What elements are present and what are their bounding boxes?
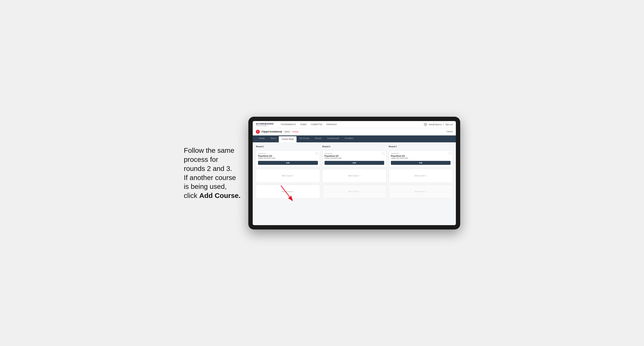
round-1-title: Round 1	[256, 146, 320, 148]
round-3-delete-button[interactable]: ×	[448, 152, 451, 155]
main-content: Round 1 × (Course A) Peachtree GC Yellow…	[253, 142, 456, 225]
user-avatar	[424, 123, 427, 126]
round-1-course-label: (Course A)	[258, 153, 318, 154]
tab-course-setup[interactable]: Course Setup	[279, 136, 296, 142]
top-nav: SCOREBOARD Powered by clippd TOURNAMENTS…	[253, 121, 456, 128]
round-1-add-course-2[interactable]: Add Course +	[256, 185, 320, 198]
round-2-add-course-1-label: Add Course	[348, 175, 358, 177]
tab-bar: Details Teams Course Setup Tee Groups Re…	[253, 136, 456, 142]
round-1-add-course-2-label: Add Course	[282, 190, 292, 193]
instruction-line6: click	[184, 192, 199, 199]
instruction-line5: is being used,	[184, 182, 227, 190]
round-2-course-name: Peachtree GC	[324, 155, 384, 157]
clippd-logo-icon: C	[256, 130, 260, 134]
round-3-plus-icon-1: +	[426, 175, 427, 177]
round-2-plus-icon-2: +	[359, 190, 360, 193]
round-1-plus-icon-2: +	[293, 190, 294, 193]
round-3-course-card: × (Course A) Peachtree GC Yellow (M) (66…	[389, 151, 453, 167]
round-2-plus-icon-1: +	[359, 175, 360, 177]
tablet-device: SCOREBOARD Powered by clippd TOURNAMENTS…	[248, 117, 460, 229]
round-1-course-card: × (Course A) Peachtree GC Yellow (M) (66…	[256, 151, 320, 167]
cancel-button[interactable]: Cancel	[446, 131, 453, 133]
round-1-column: Round 1 × (Course A) Peachtree GC Yellow…	[256, 146, 320, 198]
nav-teams[interactable]: TEAMS	[300, 123, 306, 126]
instruction-line2: process for	[184, 156, 218, 163]
round-3-add-course-1-label: Add Course	[414, 175, 425, 177]
nav-links: TOURNAMENTS TEAMS COMMITTEE RANKINGS	[281, 123, 419, 126]
round-1-add-course-1-label: Add Course	[282, 175, 292, 177]
sign-out-link[interactable]: Sign out	[446, 123, 453, 126]
round-3-course-label: (Course A)	[391, 153, 450, 154]
round-2-column: Round 2 × (Course A) Peachtree GC Yellow…	[322, 146, 386, 198]
round-2-delete-button[interactable]: ×	[382, 152, 385, 155]
round-1-course-name: Peachtree GC	[258, 155, 318, 157]
round-3-column: Round 3 × (Course A) Peachtree GC Yellow…	[389, 146, 453, 198]
round-3-add-course-1[interactable]: Add Course +	[389, 169, 453, 183]
sub-header: C Clippd Invitational (Men) Hosting Canc…	[253, 128, 456, 136]
round-2-add-course-2-label: Add Course	[348, 190, 358, 193]
tablet-screen: SCOREBOARD Powered by clippd TOURNAMENTS…	[253, 121, 456, 225]
nav-tournaments[interactable]: TOURNAMENTS	[281, 123, 296, 126]
nav-right: blair@clippd.io | Sign out	[424, 123, 453, 126]
round-1-add-course-1[interactable]: Add Course +	[256, 169, 320, 183]
page-wrapper: Follow the same process for rounds 2 and…	[184, 117, 460, 229]
instruction-line4: If another course	[184, 174, 236, 181]
rounds-grid: Round 1 × (Course A) Peachtree GC Yellow…	[256, 146, 453, 198]
tab-details[interactable]: Details	[256, 136, 268, 142]
round-1-edit-button[interactable]: Edit	[258, 161, 318, 165]
round-3-add-course-2-label: Add Course	[414, 190, 425, 193]
instruction-bold: Add Course.	[199, 192, 240, 199]
hosting-badge: Hosting	[292, 131, 298, 133]
round-3-course-details: Yellow (M) (6629 yds)	[391, 157, 450, 159]
gender-badge: (Men)	[284, 130, 290, 133]
tournament-name: Clippd Invitational	[262, 130, 282, 133]
tournament-info: C Clippd Invitational (Men) Hosting	[256, 130, 298, 134]
tab-teams[interactable]: Teams	[268, 136, 279, 142]
logo-title: SCOREBOARD	[256, 123, 274, 125]
round-2-course-card: × (Course A) Peachtree GC Yellow (M) (66…	[322, 151, 386, 167]
round-1-course-details: Yellow (M) (6629 yds)	[258, 157, 318, 159]
instruction-text: Follow the same process for rounds 2 and…	[184, 146, 240, 200]
round-2-edit-button[interactable]: Edit	[324, 161, 384, 165]
tab-printables[interactable]: Printables	[342, 136, 356, 142]
round-3-add-course-2: Add Course +	[389, 185, 453, 198]
scoreboard-logo: SCOREBOARD Powered by clippd	[256, 123, 274, 126]
tab-tee-groups[interactable]: Tee Groups	[296, 136, 312, 142]
round-2-course-details: Yellow (M) (6629 yds)	[324, 157, 384, 159]
round-3-plus-icon-2: +	[426, 190, 427, 193]
nav-committee[interactable]: COMMITTEE	[310, 123, 322, 126]
user-email: blair@clippd.io	[429, 123, 442, 126]
nav-rankings[interactable]: RANKINGS	[326, 123, 336, 126]
round-2-course-label: (Course A)	[324, 153, 384, 154]
round-3-course-name: Peachtree GC	[391, 155, 450, 157]
logo-subtitle: Powered by clippd	[256, 125, 274, 126]
round-1-delete-button[interactable]: ×	[316, 152, 319, 155]
instruction-line1: Follow the same	[184, 147, 234, 154]
tab-results[interactable]: Results	[312, 136, 324, 142]
instruction-line3: rounds 2 and 3.	[184, 165, 232, 172]
round-3-title: Round 3	[389, 146, 453, 148]
separator: |	[444, 123, 444, 126]
tab-leaderboards[interactable]: Leaderboards	[324, 136, 342, 142]
round-3-edit-button[interactable]: Edit	[391, 161, 450, 165]
round-2-add-course-2: Add Course +	[322, 185, 386, 198]
round-1-plus-icon-1: +	[293, 175, 294, 177]
round-2-title: Round 2	[322, 146, 386, 148]
round-2-add-course-1[interactable]: Add Course +	[322, 169, 386, 183]
